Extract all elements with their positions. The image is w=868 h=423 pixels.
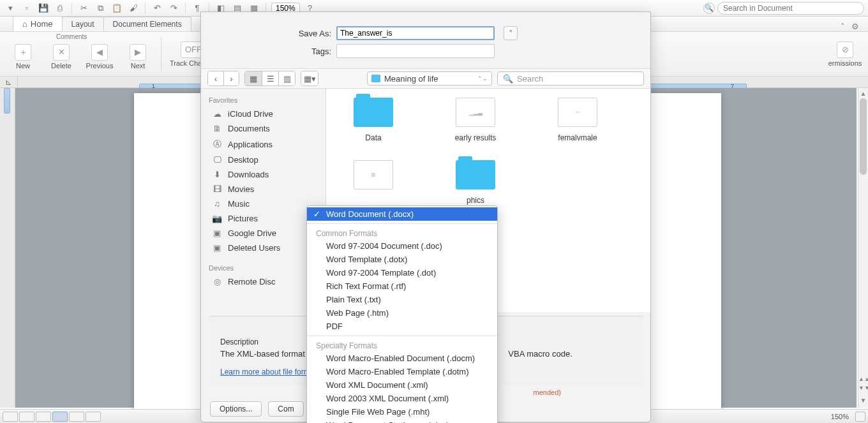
view-draft-button[interactable] [3, 412, 18, 422]
folder-icon [456, 160, 495, 189]
file-item[interactable]: Data [335, 98, 412, 142]
folder-icon [371, 75, 380, 82]
undo-icon[interactable]: ↶ [151, 2, 163, 15]
scroll-down-icon[interactable]: ▼ [858, 395, 868, 405]
view-notebook-button[interactable] [69, 412, 84, 422]
page-up-icon[interactable]: ▲▲ [858, 376, 868, 385]
back-button[interactable]: ‹ [208, 71, 223, 85]
redo-icon[interactable]: ↷ [167, 2, 180, 15]
search-icon: 🔍 [503, 74, 513, 84]
dropdown-item[interactable]: Word Macro-Enabled Document (.docm) [307, 352, 497, 365]
cut-icon[interactable]: ✂ [77, 2, 90, 15]
dropdown-item[interactable]: Word 2003 XML Document (.xml) [307, 392, 497, 405]
saveas-input[interactable] [336, 26, 495, 40]
music-icon: ♫ [211, 199, 223, 209]
tab-layout[interactable]: Layout [62, 17, 104, 31]
file-item[interactable]: ▁▂▃early results [437, 98, 514, 142]
options-button[interactable]: Options... [210, 401, 262, 417]
open-icon[interactable]: ▫ [20, 2, 33, 15]
desktop-icon: 🖵 [211, 155, 223, 165]
column-view-button[interactable]: ▥ [278, 71, 295, 85]
permissions-button[interactable]: ⊘ ermissions [828, 41, 862, 67]
search-scope-icon[interactable]: 🔍 [703, 3, 715, 14]
saveas-label: Save As: [201, 29, 336, 38]
file-item[interactable]: phics [437, 160, 514, 205]
scroll-thumb[interactable] [860, 98, 867, 175]
view-publishing-button[interactable] [36, 412, 51, 422]
applications-icon: Ⓐ [211, 138, 223, 150]
compatibility-button[interactable]: Com [268, 401, 303, 417]
sidebar-item-movies[interactable]: 🎞Movies [201, 182, 326, 197]
sidebar-item-documents[interactable]: 🗎Documents [201, 121, 326, 136]
sidebar-item-desktop[interactable]: 🖵Desktop [201, 152, 326, 167]
dropdown-item[interactable]: Single File Web Page (.mht) [307, 405, 497, 419]
pictures-icon: 📷 [211, 214, 223, 223]
folder-icon: ▣ [211, 243, 223, 253]
sidebar-item-icloud[interactable]: ☁iCloud Drive [201, 107, 326, 121]
comment-delete-button[interactable]: ✕Delete [45, 44, 78, 70]
icon-view-button[interactable]: ▦ [245, 71, 262, 85]
doc-preview-icon: ▫▫ [558, 98, 597, 127]
list-view-button[interactable]: ☰ [262, 71, 278, 85]
dropdown-item[interactable]: Word 97-2004 Template (.dot) [307, 266, 497, 279]
vertical-ruler [0, 88, 15, 408]
format-painter-icon[interactable]: 🖌 [127, 2, 140, 15]
dropdown-item[interactable]: Word Document Stationery (.doc) [307, 419, 497, 423]
doc-preview-icon: ▁▂▃ [456, 98, 495, 127]
dropdown-item[interactable]: Rich Text Format (.rtf) [307, 279, 497, 293]
dropdown-item[interactable]: Word 97-2004 Document (.doc) [307, 239, 497, 253]
tab-document-elements[interactable]: Document Elements [103, 17, 191, 31]
status-zoom[interactable]: 150% [826, 413, 854, 420]
forward-button[interactable]: › [223, 71, 239, 85]
search-input[interactable] [717, 2, 864, 15]
disc-icon: ◎ [211, 277, 223, 286]
scroll-up-icon[interactable]: ▲ [858, 88, 868, 98]
copy-icon[interactable]: ⧉ [94, 2, 107, 15]
comment-previous-button[interactable]: ◀Previous [83, 44, 116, 70]
new-doc-icon[interactable]: ▾ [4, 2, 17, 15]
learn-more-link[interactable]: Learn more about file form [220, 367, 310, 376]
print-icon[interactable]: ⎙ [54, 2, 66, 15]
tab-selector-icon[interactable]: ⊾ [0, 77, 18, 87]
expand-dialog-button[interactable]: ˄ [504, 26, 518, 40]
paste-icon[interactable]: 📋 [110, 2, 123, 15]
doc-preview-icon: 🗎 [354, 160, 393, 189]
dropdown-item[interactable]: Plain Text (.txt) [307, 293, 497, 306]
dropdown-item[interactable]: Word Macro-Enabled Template (.dotm) [307, 365, 497, 378]
save-icon[interactable]: 💾 [37, 2, 50, 15]
format-dropdown[interactable]: Word Document (.docx) Common Formats Wor… [306, 205, 498, 423]
home-icon: ⌂ [22, 19, 27, 29]
tab-home[interactable]: ⌂Home [13, 16, 63, 31]
comment-next-button[interactable]: ▶Next [121, 44, 154, 70]
folder-icon [354, 98, 393, 127]
file-item[interactable]: ▫▫femalvmale [539, 98, 616, 142]
dropdown-item[interactable]: Word Document (.docx) [307, 207, 497, 221]
group-view-button[interactable]: ▦▾ [301, 71, 318, 85]
sidebar-item-downloads[interactable]: ⬇Downloads [201, 167, 326, 182]
view-focus-button[interactable] [86, 412, 101, 422]
zoom-dropdown-icon[interactable] [855, 412, 865, 422]
comment-new-button[interactable]: ＋New [6, 44, 40, 70]
favorites-header: Favorites [201, 94, 326, 107]
dropdown-item[interactable]: Word XML Document (.xml) [307, 378, 497, 392]
collapse-ribbon-icon[interactable]: ˄ [841, 22, 845, 31]
path-dropdown[interactable]: Meaning of life ⌃⌄ [367, 71, 492, 85]
dropdown-header: Specialty Formats [307, 339, 497, 352]
dropdown-item[interactable]: Word Template (.dotx) [307, 253, 497, 266]
downloads-icon: ⬇ [211, 170, 223, 179]
view-print-button[interactable] [52, 412, 68, 422]
tags-input[interactable] [336, 44, 495, 58]
page-down-icon[interactable]: ▼▼ [858, 385, 868, 394]
ribbon-settings-icon[interactable]: ⚙ [851, 22, 859, 31]
tags-label: Tags: [201, 47, 336, 56]
dialog-search[interactable]: 🔍 Search [497, 71, 644, 85]
vertical-scrollbar[interactable]: ▲ ▲▲ ▼▼ ▼ [858, 88, 868, 408]
file-item[interactable]: 🗎 [335, 160, 412, 205]
folder-icon: ▣ [211, 228, 223, 238]
dropdown-item[interactable]: Web Page (.htm) [307, 306, 497, 320]
sidebar-item-applications[interactable]: ⒶApplications [201, 136, 326, 152]
cloud-icon: ☁ [211, 109, 223, 119]
comments-group-label: Comments [56, 33, 87, 40]
view-outline-button[interactable] [19, 412, 34, 422]
dropdown-item[interactable]: PDF [307, 320, 497, 333]
